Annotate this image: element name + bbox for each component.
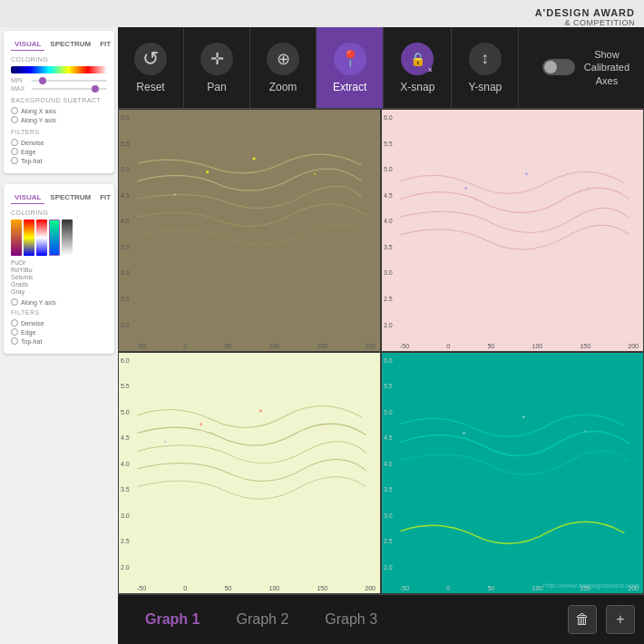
radio-along-x-1[interactable]: Along X axis [11, 107, 107, 114]
color-label-gray: Gray [11, 288, 107, 295]
radio-edge-2[interactable]: Edge [11, 328, 107, 336]
slider-label-min: MIN [11, 77, 29, 83]
tab-graph-2[interactable]: Graph 2 [218, 604, 307, 635]
y-axis-2: 6.0 5.5 5.0 4.5 4.0 3.5 3.0 2.5 2.0 [384, 114, 393, 328]
zoom-label: Zoom [269, 81, 298, 93]
radio-denoise-2[interactable]: Denoise [11, 319, 107, 327]
calibrated-axes-toggle[interactable] [542, 59, 575, 75]
toolbar-pan[interactable]: ✛ Pan [184, 27, 250, 108]
x-axis-3: -50 0 50 100 150 200 [137, 585, 376, 591]
delete-tab-button[interactable]: 🗑 [568, 605, 597, 634]
graph-svg-4 [382, 353, 643, 594]
tab-fit-2[interactable]: FIT [96, 191, 114, 204]
radio-label-denoise-2: Denoise [21, 320, 44, 327]
graph-bottom-left[interactable]: 6.0 5.5 5.0 4.5 4.0 3.5 3.0 2.5 2.0 -50 … [118, 352, 381, 595]
xsnap-label: X-snap [400, 81, 434, 93]
radio-dot-denoise-2 [11, 319, 18, 327]
coloring-label-2: COLORING [11, 210, 107, 216]
svg-point-7 [525, 172, 528, 175]
graphs-area: 6.0 5.5 5.0 4.5 4.0 3.5 3.0 2.5 2.0 -50 … [118, 109, 644, 644]
slider-track-max[interactable] [32, 88, 107, 90]
color-option-seismic[interactable] [36, 220, 47, 256]
radio-label-edge-2: Edge [21, 329, 35, 336]
extract-icon: 📍 [334, 43, 366, 75]
graph-top-right[interactable]: 6.0 5.5 5.0 4.5 4.0 3.5 3.0 2.5 2.0 -50 … [381, 109, 644, 352]
zoom-icon: ⊕ [267, 43, 299, 75]
brand-subtitle: & COMPETITION [535, 18, 635, 27]
svg-point-3 [314, 173, 316, 175]
color-option-puor[interactable] [11, 220, 22, 256]
xsnap-icon: 🔒 x [401, 43, 434, 75]
toolbar-ysnap[interactable]: ↕ Y-snap [452, 27, 519, 108]
watermark-url: http://www.adesignaward.com [543, 581, 639, 590]
svg-rect-0 [119, 110, 380, 351]
radio-label-y-2: Along Y axis [21, 299, 56, 306]
radio-label-tophat-1: Top-hat [21, 158, 42, 164]
toolbar-xsnap[interactable]: 🔒 x X-snap [384, 27, 452, 108]
svg-point-12 [321, 423, 323, 424]
color-label-puor: PuOr [11, 259, 107, 266]
svg-point-8 [586, 188, 588, 190]
tab-visual-2[interactable]: VISUAL [11, 191, 44, 204]
y-axis-3: 6.0 5.5 5.0 4.5 4.0 3.5 3.0 2.5 2.0 [121, 357, 130, 571]
color-option-gray[interactable] [62, 220, 73, 256]
panel-card-2: VISUAL SPECTRUM FIT COLORING PuOr RdYlBu… [4, 184, 114, 354]
radio-label-denoise-1: Denoise [21, 140, 44, 146]
add-icon: + [616, 611, 624, 628]
svg-point-4 [174, 193, 176, 195]
radio-dot-tophat-2 [11, 337, 18, 345]
graphs-grid: 6.0 5.5 5.0 4.5 4.0 3.5 3.0 2.5 2.0 -50 … [118, 109, 644, 594]
tab-spectrum-2[interactable]: SPECTRUM [46, 191, 94, 204]
radio-edge-1[interactable]: Edge [11, 148, 107, 155]
radio-along-y-1[interactable]: Along Y axis [11, 116, 107, 123]
tab-fit-1[interactable]: FIT [96, 38, 114, 51]
coloring-label-1: COLORING [11, 56, 107, 63]
svg-rect-9 [119, 353, 380, 594]
coloring-labels: PuOr RdYlBu Seismic Grads Gray [11, 259, 107, 295]
panel-tabs-1: VISUAL SPECTRUM FIT [11, 38, 107, 51]
ysnap-icon: ↕ [469, 43, 502, 75]
slider-row-min: MIN [11, 77, 107, 83]
color-option-grads[interactable] [49, 220, 60, 256]
delete-icon: 🗑 [575, 611, 590, 628]
main-container: ↺ Reset ✛ Pan ⊕ Zoom 📍 Extract 🔒 x X-sna… [118, 27, 644, 644]
ysnap-label: Y-snap [468, 81, 502, 93]
panel-tabs-2: VISUAL SPECTRUM FIT [11, 191, 107, 204]
slider-row-max: MAX [11, 85, 107, 92]
color-option-rdylbu[interactable] [24, 220, 34, 256]
radio-denoise-1[interactable]: Denoise [11, 139, 107, 146]
tab-visual-1[interactable]: VISUAL [11, 38, 44, 51]
add-tab-button[interactable]: + [606, 605, 635, 634]
toolbar-reset[interactable]: ↺ Reset [118, 27, 184, 108]
radio-tophat-1[interactable]: Top-hat [11, 157, 107, 164]
radio-dot-x-1 [11, 107, 18, 114]
filters-label-2: FILTERS [11, 309, 107, 316]
color-label-grads: Grads [11, 281, 107, 288]
toolbar-extract[interactable]: 📍 Extract [317, 27, 384, 108]
coloring-options [11, 220, 107, 256]
toolbar-right: ShowCalibratedAxes [528, 48, 644, 87]
slider-track-min[interactable] [32, 80, 107, 82]
radio-tophat-2[interactable]: Top-hat [11, 337, 107, 345]
slider-thumb-max[interactable] [92, 85, 99, 93]
radio-label-tophat-2: Top-hat [21, 338, 42, 345]
radio-dot-y-1 [11, 116, 18, 123]
tab-bar: Graph 1 Graph 2 Graph 3 🗑 + [118, 594, 644, 644]
radio-label-x-1: Along X axis [21, 108, 56, 114]
radio-dot-y-2 [11, 298, 18, 306]
svg-point-6 [464, 187, 467, 190]
slider-thumb-min[interactable] [39, 77, 46, 84]
reset-icon: ↺ [134, 43, 167, 75]
tab-spectrum-1[interactable]: SPECTRUM [46, 38, 94, 51]
svg-point-15 [463, 432, 465, 434]
toolbar-zoom[interactable]: ⊕ Zoom [250, 27, 317, 108]
radio-along-y-2[interactable]: Along Y axis [11, 298, 107, 306]
toolbar: ↺ Reset ✛ Pan ⊕ Zoom 📍 Extract 🔒 x X-sna… [118, 27, 644, 109]
tab-graph-3[interactable]: Graph 3 [307, 604, 395, 635]
pan-icon: ✛ [200, 43, 233, 75]
svg-point-10 [200, 423, 202, 425]
graph-top-left[interactable]: 6.0 5.5 5.0 4.5 4.0 3.5 3.0 2.5 2.0 -50 … [118, 109, 381, 352]
tab-graph-1[interactable]: Graph 1 [127, 604, 218, 635]
graph-svg-1 [119, 110, 380, 351]
graph-bottom-right[interactable]: 6.0 5.5 5.0 4.5 4.0 3.5 3.0 2.5 2.0 -50 … [381, 352, 644, 595]
